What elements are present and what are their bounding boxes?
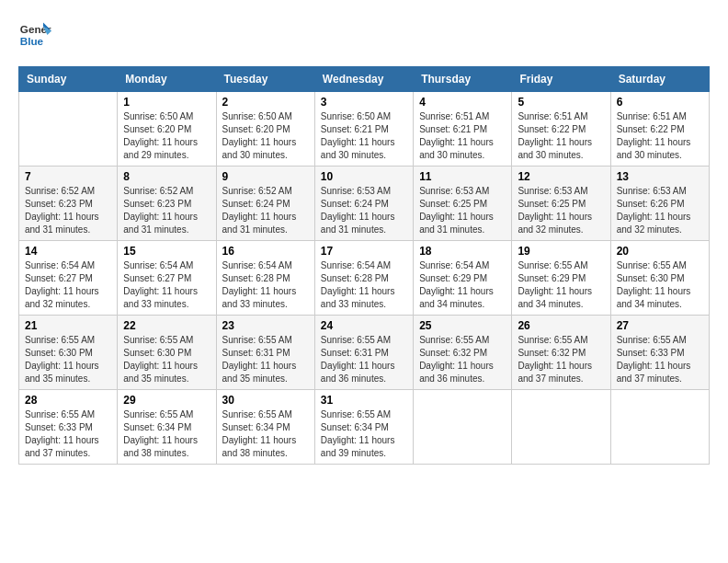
day-number: 7 xyxy=(25,170,111,183)
day-info: Sunrise: 6:54 AMSunset: 6:28 PMDaylight:… xyxy=(222,259,309,311)
day-number: 30 xyxy=(222,394,309,407)
day-info: Sunrise: 6:54 AMSunset: 6:28 PMDaylight:… xyxy=(321,259,407,311)
calendar-cell: 4Sunrise: 6:51 AMSunset: 6:21 PMDaylight… xyxy=(414,92,512,167)
day-number: 31 xyxy=(321,394,407,407)
day-number: 6 xyxy=(617,96,703,109)
day-number: 28 xyxy=(25,394,111,407)
calendar-cell: 24Sunrise: 6:55 AMSunset: 6:31 PMDayligh… xyxy=(314,316,413,390)
calendar-cell: 10Sunrise: 6:53 AMSunset: 6:24 PMDayligh… xyxy=(314,167,413,241)
day-number: 1 xyxy=(123,96,210,109)
day-info: Sunrise: 6:55 AMSunset: 6:30 PMDaylight:… xyxy=(25,334,111,385)
day-number: 4 xyxy=(419,96,506,109)
calendar-cell: 22Sunrise: 6:55 AMSunset: 6:30 PMDayligh… xyxy=(118,316,216,390)
calendar-cell: 30Sunrise: 6:55 AMSunset: 6:34 PMDayligh… xyxy=(216,390,314,465)
day-number: 23 xyxy=(222,319,309,332)
calendar-cell: 5Sunrise: 6:51 AMSunset: 6:22 PMDaylight… xyxy=(512,92,610,167)
calendar-cell: 9Sunrise: 6:52 AMSunset: 6:24 PMDaylight… xyxy=(216,167,314,241)
calendar-cell: 7Sunrise: 6:52 AMSunset: 6:23 PMDaylight… xyxy=(19,167,118,241)
day-number: 14 xyxy=(25,245,111,258)
calendar-cell: 16Sunrise: 6:54 AMSunset: 6:28 PMDayligh… xyxy=(216,241,314,316)
day-number: 22 xyxy=(123,319,210,332)
day-info: Sunrise: 6:52 AMSunset: 6:24 PMDaylight:… xyxy=(222,185,309,236)
week-row-1: 1Sunrise: 6:50 AMSunset: 6:20 PMDaylight… xyxy=(19,92,710,167)
day-number: 11 xyxy=(419,170,506,183)
day-number: 8 xyxy=(123,170,210,183)
calendar-cell: 17Sunrise: 6:54 AMSunset: 6:28 PMDayligh… xyxy=(314,241,413,316)
calendar-cell: 21Sunrise: 6:55 AMSunset: 6:30 PMDayligh… xyxy=(19,316,118,390)
day-number: 29 xyxy=(123,394,210,407)
day-info: Sunrise: 6:55 AMSunset: 6:34 PMDaylight:… xyxy=(123,408,210,460)
calendar-cell: 12Sunrise: 6:53 AMSunset: 6:25 PMDayligh… xyxy=(512,167,610,241)
calendar-cell: 13Sunrise: 6:53 AMSunset: 6:26 PMDayligh… xyxy=(610,167,709,241)
day-info: Sunrise: 6:55 AMSunset: 6:30 PMDaylight:… xyxy=(617,259,703,311)
calendar-cell: 23Sunrise: 6:55 AMSunset: 6:31 PMDayligh… xyxy=(216,316,314,390)
header-sunday: Sunday xyxy=(19,67,118,92)
calendar-cell xyxy=(610,390,709,465)
svg-text:Blue: Blue xyxy=(20,35,44,47)
calendar-cell: 15Sunrise: 6:54 AMSunset: 6:27 PMDayligh… xyxy=(118,241,216,316)
calendar-cell: 28Sunrise: 6:55 AMSunset: 6:33 PMDayligh… xyxy=(19,390,118,465)
day-info: Sunrise: 6:50 AMSunset: 6:20 PMDaylight:… xyxy=(222,110,309,162)
calendar-table: SundayMondayTuesdayWednesdayThursdayFrid… xyxy=(18,66,710,465)
calendar-cell: 29Sunrise: 6:55 AMSunset: 6:34 PMDayligh… xyxy=(118,390,216,465)
day-info: Sunrise: 6:55 AMSunset: 6:32 PMDaylight:… xyxy=(518,334,604,385)
week-row-2: 7Sunrise: 6:52 AMSunset: 6:23 PMDaylight… xyxy=(19,167,710,241)
day-info: Sunrise: 6:50 AMSunset: 6:20 PMDaylight:… xyxy=(123,110,210,162)
calendar-cell: 1Sunrise: 6:50 AMSunset: 6:20 PMDaylight… xyxy=(118,92,216,167)
header-thursday: Thursday xyxy=(414,67,512,92)
calendar-cell xyxy=(512,390,610,465)
week-row-4: 21Sunrise: 6:55 AMSunset: 6:30 PMDayligh… xyxy=(19,316,710,390)
day-info: Sunrise: 6:53 AMSunset: 6:26 PMDaylight:… xyxy=(617,185,703,236)
calendar-cell: 6Sunrise: 6:51 AMSunset: 6:22 PMDaylight… xyxy=(610,92,709,167)
day-number: 18 xyxy=(419,245,506,258)
calendar-cell xyxy=(414,390,512,465)
page-container: General Blue SundayMondayTuesdayWednesda… xyxy=(18,18,710,465)
day-info: Sunrise: 6:52 AMSunset: 6:23 PMDaylight:… xyxy=(25,185,111,236)
day-number: 27 xyxy=(617,319,703,332)
day-info: Sunrise: 6:54 AMSunset: 6:27 PMDaylight:… xyxy=(25,259,111,311)
day-number: 12 xyxy=(518,170,604,183)
calendar-header-row: SundayMondayTuesdayWednesdayThursdayFrid… xyxy=(19,67,710,92)
day-number: 3 xyxy=(321,96,407,109)
logo: General Blue xyxy=(18,18,51,52)
header-monday: Monday xyxy=(118,67,216,92)
day-number: 25 xyxy=(419,319,506,332)
header-tuesday: Tuesday xyxy=(216,67,314,92)
day-number: 16 xyxy=(222,245,309,258)
calendar-cell: 26Sunrise: 6:55 AMSunset: 6:32 PMDayligh… xyxy=(512,316,610,390)
day-info: Sunrise: 6:54 AMSunset: 6:27 PMDaylight:… xyxy=(123,259,210,311)
day-info: Sunrise: 6:51 AMSunset: 6:22 PMDaylight:… xyxy=(617,110,703,162)
day-info: Sunrise: 6:55 AMSunset: 6:30 PMDaylight:… xyxy=(123,334,210,385)
calendar-cell: 18Sunrise: 6:54 AMSunset: 6:29 PMDayligh… xyxy=(414,241,512,316)
day-info: Sunrise: 6:53 AMSunset: 6:24 PMDaylight:… xyxy=(321,185,407,236)
day-number: 5 xyxy=(518,96,604,109)
calendar-cell: 25Sunrise: 6:55 AMSunset: 6:32 PMDayligh… xyxy=(414,316,512,390)
day-info: Sunrise: 6:55 AMSunset: 6:34 PMDaylight:… xyxy=(321,408,407,460)
day-info: Sunrise: 6:55 AMSunset: 6:29 PMDaylight:… xyxy=(518,259,604,311)
day-info: Sunrise: 6:54 AMSunset: 6:29 PMDaylight:… xyxy=(419,259,506,311)
day-info: Sunrise: 6:55 AMSunset: 6:31 PMDaylight:… xyxy=(222,334,309,385)
header-saturday: Saturday xyxy=(610,67,709,92)
day-info: Sunrise: 6:51 AMSunset: 6:21 PMDaylight:… xyxy=(419,110,506,162)
day-number: 26 xyxy=(518,319,604,332)
day-number: 17 xyxy=(321,245,407,258)
calendar-cell: 14Sunrise: 6:54 AMSunset: 6:27 PMDayligh… xyxy=(19,241,118,316)
day-info: Sunrise: 6:55 AMSunset: 6:31 PMDaylight:… xyxy=(321,334,407,385)
day-info: Sunrise: 6:55 AMSunset: 6:33 PMDaylight:… xyxy=(25,408,111,460)
week-row-5: 28Sunrise: 6:55 AMSunset: 6:33 PMDayligh… xyxy=(19,390,710,465)
week-row-3: 14Sunrise: 6:54 AMSunset: 6:27 PMDayligh… xyxy=(19,241,710,316)
calendar-cell: 19Sunrise: 6:55 AMSunset: 6:29 PMDayligh… xyxy=(512,241,610,316)
day-number: 21 xyxy=(25,319,111,332)
day-info: Sunrise: 6:50 AMSunset: 6:21 PMDaylight:… xyxy=(321,110,407,162)
day-number: 10 xyxy=(321,170,407,183)
day-number: 2 xyxy=(222,96,309,109)
day-number: 13 xyxy=(617,170,703,183)
calendar-cell: 2Sunrise: 6:50 AMSunset: 6:20 PMDaylight… xyxy=(216,92,314,167)
day-number: 15 xyxy=(123,245,210,258)
header-friday: Friday xyxy=(512,67,610,92)
day-info: Sunrise: 6:55 AMSunset: 6:34 PMDaylight:… xyxy=(222,408,309,460)
calendar-cell: 11Sunrise: 6:53 AMSunset: 6:25 PMDayligh… xyxy=(414,167,512,241)
calendar-cell: 27Sunrise: 6:55 AMSunset: 6:33 PMDayligh… xyxy=(610,316,709,390)
day-number: 9 xyxy=(222,170,309,183)
day-info: Sunrise: 6:55 AMSunset: 6:33 PMDaylight:… xyxy=(617,334,703,385)
